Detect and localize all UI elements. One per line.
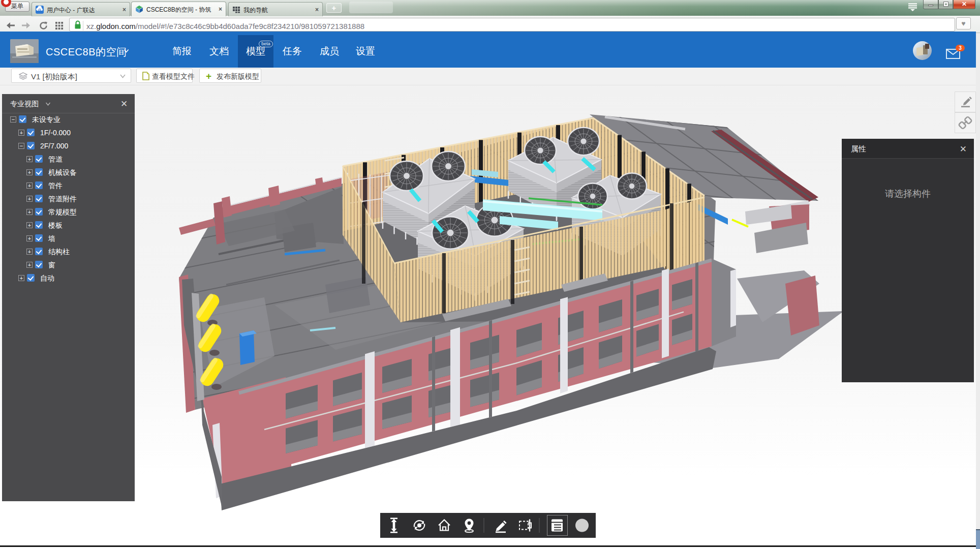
svg-text:G: G <box>38 8 41 12</box>
svg-text:3: 3 <box>959 45 962 51</box>
